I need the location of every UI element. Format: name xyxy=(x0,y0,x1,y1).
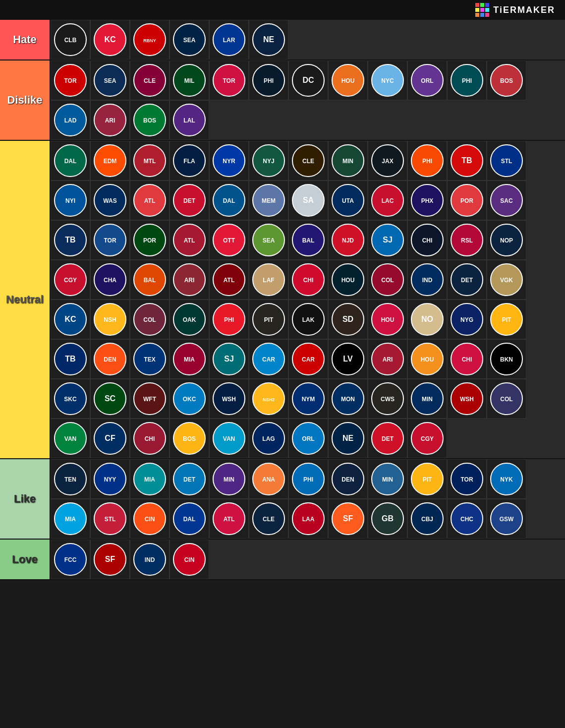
team-logo-cgy[interactable]: CGY xyxy=(407,419,447,458)
team-logo-phi[interactable]: PHI xyxy=(209,300,249,339)
team-logo-wft[interactable]: WFT xyxy=(130,379,170,419)
team-logo-lak[interactable]: LAK xyxy=(288,300,328,339)
team-logo-dal[interactable]: DAL xyxy=(209,181,249,220)
team-logo-fla[interactable]: FLA xyxy=(170,141,209,181)
team-logo-cws[interactable]: CWS xyxy=(368,379,407,419)
team-logo-mem[interactable]: MEM xyxy=(249,181,288,220)
team-logo-tor[interactable]: TOR xyxy=(90,220,130,260)
team-logo-cgy[interactable]: CGY xyxy=(51,260,90,300)
team-logo-orl[interactable]: ORL xyxy=(407,61,447,100)
team-logo-ne[interactable]: NE xyxy=(249,20,288,60)
team-logo-pit[interactable]: PIT xyxy=(487,300,526,339)
team-logo-ind[interactable]: IND xyxy=(407,260,447,300)
team-logo-orl[interactable]: ORL xyxy=(288,419,328,458)
team-logo-dal[interactable]: DAL xyxy=(170,499,209,539)
team-logo-min[interactable]: MIN xyxy=(368,459,407,499)
team-logo-lag[interactable]: LAG xyxy=(249,419,288,458)
team-logo-phi[interactable]: PHI xyxy=(447,61,487,100)
team-logo-tb[interactable]: TB xyxy=(447,141,487,181)
team-logo-det[interactable]: DET xyxy=(170,181,209,220)
team-logo-sf[interactable]: SF xyxy=(328,499,368,539)
team-logo-tor[interactable]: TOR xyxy=(447,459,487,499)
team-logo-hou[interactable]: HOU xyxy=(407,339,447,379)
team-logo-tex[interactable]: TEX xyxy=(130,339,170,379)
team-logo-nyj[interactable]: NYJ xyxy=(249,141,288,181)
team-logo-pit[interactable]: PIT xyxy=(407,459,447,499)
team-logo-bal[interactable]: BAL xyxy=(130,260,170,300)
team-logo-nyk[interactable]: NYK xyxy=(487,459,526,499)
team-logo-bkn[interactable]: BKN xyxy=(487,339,526,379)
team-logo-det[interactable]: DET xyxy=(447,260,487,300)
team-logo-tb[interactable]: TB xyxy=(51,339,90,379)
team-logo-kc[interactable]: KC xyxy=(51,300,90,339)
team-logo-mon[interactable]: MON xyxy=(328,379,368,419)
team-logo-dc[interactable]: DC xyxy=(288,61,328,100)
team-logo-okc[interactable]: OKC xyxy=(170,379,209,419)
team-logo-col[interactable]: COL xyxy=(368,260,407,300)
team-logo-nsh[interactable]: NSH xyxy=(90,300,130,339)
team-logo-sea[interactable]: SEA xyxy=(90,61,130,100)
team-logo-ari[interactable]: ARI xyxy=(368,339,407,379)
team-logo-chi[interactable]: CHI xyxy=(407,220,447,260)
team-logo-clb[interactable]: CLB xyxy=(51,20,90,60)
team-logo-lad[interactable]: LAD xyxy=(51,100,90,140)
team-logo-ott[interactable]: OTT xyxy=(209,220,249,260)
team-logo-nsh2[interactable]: NSH2 xyxy=(249,379,288,419)
team-logo-lv[interactable]: LV xyxy=(328,339,368,379)
team-logo-lac[interactable]: LAC xyxy=(368,181,407,220)
team-logo-gb[interactable]: GB xyxy=(368,499,407,539)
team-logo-atl[interactable]: ATL xyxy=(209,260,249,300)
team-logo-cle[interactable]: CLE xyxy=(249,499,288,539)
team-logo-ana[interactable]: ANA xyxy=(249,459,288,499)
team-logo-mia[interactable]: MIA xyxy=(130,459,170,499)
team-logo-phi[interactable]: PHI xyxy=(407,141,447,181)
team-logo-col[interactable]: COL xyxy=(130,300,170,339)
team-logo-ten[interactable]: TEN xyxy=(51,459,90,499)
team-logo-tb[interactable]: TB xyxy=(51,220,90,260)
team-logo-chi[interactable]: CHI xyxy=(288,260,328,300)
team-logo-van[interactable]: VAN xyxy=(209,419,249,458)
team-logo-ari[interactable]: ARI xyxy=(90,100,130,140)
team-logo-car[interactable]: CAR xyxy=(288,339,328,379)
team-logo-sa[interactable]: SA xyxy=(288,181,328,220)
team-logo-phi[interactable]: PHI xyxy=(288,459,328,499)
team-logo-phx[interactable]: PHX xyxy=(407,181,447,220)
team-logo-sea[interactable]: SEA xyxy=(170,20,209,60)
team-logo-oak[interactable]: OAK xyxy=(170,300,209,339)
team-logo-laa[interactable]: LAA xyxy=(288,499,328,539)
team-logo-mil[interactable]: MIL xyxy=(170,61,209,100)
team-logo-hou[interactable]: HOU xyxy=(328,260,368,300)
team-logo-hou[interactable]: HOU xyxy=(328,61,368,100)
team-logo-sj[interactable]: SJ xyxy=(368,220,407,260)
team-logo-nyy[interactable]: NYY xyxy=(90,459,130,499)
team-logo-hou[interactable]: HOU xyxy=(368,300,407,339)
team-logo-mia[interactable]: MIA xyxy=(51,499,90,539)
team-logo-lal[interactable]: LAL xyxy=(170,100,209,140)
team-logo-edm[interactable]: EDM xyxy=(90,141,130,181)
team-logo-por[interactable]: POR xyxy=(130,220,170,260)
team-logo-cin[interactable]: CIN xyxy=(130,499,170,539)
team-logo-tor[interactable]: TOR xyxy=(51,61,90,100)
team-logo-nyr[interactable]: NYR xyxy=(209,141,249,181)
team-logo-van[interactable]: VAN xyxy=(51,419,90,458)
team-logo-uta[interactable]: UTA xyxy=(328,181,368,220)
team-logo-cha[interactable]: CHA xyxy=(90,260,130,300)
team-logo-sc[interactable]: SC xyxy=(90,379,130,419)
team-logo-ari[interactable]: ARI xyxy=(170,260,209,300)
team-logo-tor[interactable]: TOR xyxy=(209,61,249,100)
team-logo-det[interactable]: DET xyxy=(170,459,209,499)
team-logo-sac[interactable]: SAC xyxy=(487,181,526,220)
team-logo-jax[interactable]: JAX xyxy=(368,141,407,181)
team-logo-col[interactable]: COL xyxy=(487,379,526,419)
team-logo-den[interactable]: DEN xyxy=(328,459,368,499)
team-logo-cbj[interactable]: CBJ xyxy=(407,499,447,539)
team-logo-vgk[interactable]: VGK xyxy=(487,260,526,300)
team-logo-min[interactable]: MIN xyxy=(328,141,368,181)
team-logo-det[interactable]: DET xyxy=(368,419,407,458)
team-logo-lar[interactable]: LAR xyxy=(209,20,249,60)
team-logo-stl[interactable]: STL xyxy=(487,141,526,181)
team-logo-nop[interactable]: NOP xyxy=(487,220,526,260)
team-logo-rsl[interactable]: RSL xyxy=(447,220,487,260)
team-logo-nym[interactable]: NYM xyxy=(288,379,328,419)
team-logo-min[interactable]: MIN xyxy=(209,459,249,499)
